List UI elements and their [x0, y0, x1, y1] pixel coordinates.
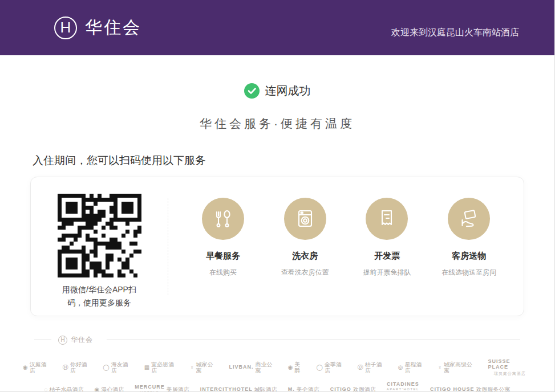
brand-logo-icon: ◉ — [288, 364, 293, 370]
divider-line-left — [34, 340, 51, 340]
brand-logo-icon: Ⓗ — [63, 364, 68, 370]
qr-caption-line1: 用微信/华住会APP扫 — [62, 285, 136, 294]
brand-item: ◉汉庭酒店 — [23, 361, 52, 374]
service-item-2[interactable]: 洗衣房查看洗衣房位置 — [268, 198, 342, 277]
brand-item: ♀城家公寓 — [190, 361, 218, 374]
service-title: 客房送物 — [452, 251, 486, 262]
brand-label: 城家高级公寓 — [444, 361, 477, 374]
brand-logo-icon: ◯ — [317, 364, 323, 370]
brand-item: ◌桔子水晶酒店 — [44, 386, 84, 392]
service-title: 开发票 — [374, 251, 400, 262]
qr-caption-line2: 码，使用更多服务 — [67, 298, 131, 307]
header: H 华住会 欢迎来到汉庭昆山火车南站酒店 — [0, 0, 554, 55]
brand-label: 商业公寓 — [255, 361, 277, 374]
brand-item: CitiGO HOUSE欢阁服务公寓 — [430, 386, 511, 392]
brand-logo-icon: ▦ — [144, 364, 149, 370]
brand-label: 美仑酒店 — [297, 386, 319, 392]
brand-label: 全季酒店 — [325, 361, 347, 374]
brand-logo-icon: Ⓞ — [358, 364, 363, 370]
brand-label: 星程酒店 — [405, 361, 427, 374]
brand-label: 美居酒店 — [167, 386, 189, 392]
laundry-icon — [284, 198, 326, 240]
success-check-icon — [244, 83, 260, 99]
brand-label: 欢阁服务公寓 — [476, 386, 510, 392]
brand-label: 宜必思酒店 — [151, 361, 179, 374]
brand-item: Ⓞ桔子酒店 — [358, 361, 387, 374]
brand-item: ◉美爵 — [288, 361, 306, 374]
h-logo-icon: H — [54, 17, 77, 39]
brand-logo-icon: ♀ — [437, 364, 442, 370]
brand-item: ◯全季酒店 — [317, 361, 347, 374]
brand-logo-icon: ◉ — [95, 386, 100, 392]
service-item-1[interactable]: 早餐服务在线购买 — [186, 198, 260, 277]
status-text: 连网成功 — [265, 83, 311, 99]
service-title: 早餐服务 — [206, 251, 240, 262]
footer: H 华住会 ◉汉庭酒店Ⓗ你好酒店◯海友酒店▦宜必思酒店♀城家公寓LivBan.商… — [0, 335, 554, 392]
service-subtitle: 查看洗衣房位置 — [281, 268, 329, 277]
service-item-4[interactable]: 客房送物在线选物送至房间 — [432, 198, 506, 277]
service-title: 洗衣房 — [292, 251, 318, 262]
brand-row: ◌桔子水晶酒店◉漫心酒店MERCUREHOTELS美居酒店IntercityHo… — [23, 382, 532, 392]
brand-sublabel: 瑞贝庭公寓酒店 — [494, 371, 526, 376]
service-subtitle: 在线选物送至房间 — [441, 268, 496, 277]
brand-label: 城家公寓 — [196, 361, 218, 374]
brand-logo-icon: ◯ — [103, 364, 110, 370]
cutlery-icon — [202, 198, 244, 240]
brand-item: IntercityHotel城际酒店 — [200, 386, 277, 392]
brand-row: ◉汉庭酒店Ⓗ你好酒店◯海友酒店▦宜必思酒店♀城家公寓LivBan.商业公寓◉美爵… — [23, 359, 532, 375]
brand-item: ♀城家高级公寓 — [437, 361, 477, 374]
footer-divider: H 华住会 — [34, 335, 520, 345]
welcome-message: 欢迎来到汉庭昆山火车南站酒店 — [391, 27, 519, 39]
service-tagline: 华住会服务·便捷有温度 — [0, 116, 554, 132]
footer-brand-name: 华住会 — [71, 335, 93, 345]
brand-label: 城际酒店 — [254, 386, 277, 392]
invoice-icon — [366, 198, 408, 240]
footer-huazhu-logo: H 华住会 — [58, 335, 93, 345]
qr-panel: 用微信/华住会APP扫 码，使用更多服务 — [31, 177, 168, 316]
brand-item: M.美仑酒店 — [288, 386, 319, 392]
brand-label: 桔子水晶酒店 — [50, 386, 84, 392]
brand-label: 桔子酒店 — [365, 361, 387, 374]
brand-logo-rows: ◉汉庭酒店Ⓗ你好酒店◯海友酒店▦宜必思酒店♀城家公寓LivBan.商业公寓◉美爵… — [0, 345, 554, 392]
brand-label: 海友酒店 — [111, 361, 133, 374]
qr-code — [58, 194, 141, 277]
delivery-icon — [448, 198, 490, 240]
brand-label: 欢阁酒店 — [353, 386, 376, 392]
services-card: 用微信/华住会APP扫 码，使用更多服务 早餐服务在线购买洗衣房查看洗衣房位置开… — [30, 177, 524, 316]
brand-label: 你好酒店 — [70, 361, 92, 374]
brand-item: ◯海友酒店 — [103, 361, 133, 374]
brand-label: 美爵 — [294, 361, 305, 374]
brand-name: 华住会 — [85, 16, 141, 39]
brand-item: MERCUREHOTELS美居酒店 — [135, 385, 189, 392]
divider-line-right — [107, 340, 520, 340]
brand-item: suisse place瑞贝庭公寓酒店 — [488, 359, 532, 375]
section-title: 入住期间，您可以扫码使用以下服务 — [33, 153, 554, 168]
brand-label: 汉庭酒店 — [30, 361, 52, 374]
brand-item: Ⓗ你好酒店 — [63, 361, 92, 374]
brand-logo-icon: ◌ — [44, 386, 48, 392]
brand-item: LivBan.商业公寓 — [229, 361, 277, 374]
brand-item: ◉漫心酒店 — [95, 386, 124, 392]
brand-item: CitiGO欢阁酒店 — [330, 386, 376, 392]
brand-logo-icon: ♀ — [190, 364, 195, 370]
service-item-3[interactable]: 开发票提前开票免排队 — [350, 198, 424, 277]
footer-h-logo-icon: H — [58, 336, 67, 345]
brand-logo-icon: ◉ — [23, 364, 28, 370]
service-subtitle: 提前开票免排队 — [363, 268, 411, 277]
brand-item: citadinesAPART'HOTEL馨乐庭公寓酒店 — [387, 382, 419, 392]
connection-status: 连网成功 — [0, 83, 554, 99]
brand-item: ◎星程酒店 — [398, 361, 427, 374]
service-subtitle: 在线购买 — [209, 268, 237, 277]
qr-caption: 用微信/华住会APP扫 码，使用更多服务 — [48, 283, 151, 309]
captive-portal-page: H 华住会 欢迎来到汉庭昆山火车南站酒店 连网成功 华住会服务·便捷有温度 入住… — [0, 0, 555, 392]
huazhu-logo: H 华住会 — [54, 16, 141, 39]
brand-logo-icon: ◎ — [398, 364, 403, 370]
brand-item: ▦宜必思酒店 — [144, 361, 179, 374]
services-list: 早餐服务在线购买洗衣房查看洗衣房位置开发票提前开票免排队客房送物在线选物送至房间 — [168, 177, 524, 316]
brand-label: 漫心酒店 — [101, 386, 124, 392]
